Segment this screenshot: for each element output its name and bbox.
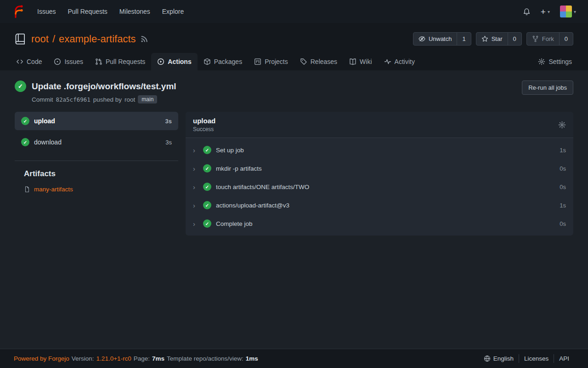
unwatch-button[interactable]: Unwatch 1 bbox=[413, 32, 471, 46]
tab-settings[interactable]: Settings bbox=[532, 53, 578, 70]
job-name: download bbox=[34, 138, 161, 146]
step-duration: 1s bbox=[560, 202, 566, 209]
tab-actions[interactable]: Actions bbox=[151, 53, 197, 70]
language-selector[interactable]: English bbox=[479, 354, 519, 363]
api-link[interactable]: API bbox=[554, 354, 574, 363]
job-step-row[interactable]: › ✓ Complete job 0s bbox=[186, 214, 573, 233]
licenses-link[interactable]: Licenses bbox=[519, 354, 554, 363]
forgejo-logo[interactable] bbox=[11, 5, 25, 18]
step-duration: 0s bbox=[560, 220, 566, 227]
fork-count[interactable]: 0 bbox=[559, 33, 573, 45]
chevron-right-icon: › bbox=[193, 220, 198, 227]
page-time-label: Page: bbox=[134, 355, 150, 362]
actions-play-icon bbox=[157, 58, 164, 65]
tab-label: Actions bbox=[168, 58, 191, 65]
commit-sha-link[interactable]: 82a5cf6961 bbox=[56, 96, 90, 103]
pushed-by-label: pushed by bbox=[93, 96, 122, 103]
tab-activity[interactable]: Activity bbox=[378, 53, 421, 70]
template-time-value: 1ms bbox=[246, 355, 258, 362]
step-name: Set up job bbox=[216, 147, 244, 154]
tab-issues[interactable]: Issues bbox=[48, 53, 89, 70]
job-success-icon: ✓ bbox=[21, 117, 29, 125]
nav-explore[interactable]: Explore bbox=[156, 4, 190, 19]
run-success-icon: ✓ bbox=[15, 80, 26, 92]
chevron-right-icon: › bbox=[193, 202, 198, 209]
commit-label: Commit bbox=[32, 96, 53, 103]
star-icon bbox=[481, 35, 488, 42]
user-menu[interactable]: ▾ bbox=[560, 6, 576, 17]
repo-tabs: Code Issues Pull Requests Actions Packag… bbox=[0, 53, 588, 70]
tab-label: Packages bbox=[214, 58, 242, 65]
issue-icon bbox=[54, 58, 61, 65]
job-step-row[interactable]: › ✓ actions/upload-artifact@v3 1s bbox=[186, 196, 573, 214]
tab-code[interactable]: Code bbox=[10, 53, 48, 70]
footer-right: English Licenses API bbox=[479, 354, 574, 363]
run-header: ✓ Update .forgejo/workflows/test.yml Com… bbox=[15, 80, 573, 104]
star-button[interactable]: Star 0 bbox=[476, 32, 522, 46]
rss-icon[interactable] bbox=[141, 35, 148, 43]
tab-packages[interactable]: Packages bbox=[198, 53, 248, 70]
avatar bbox=[560, 6, 572, 17]
job-detail-status: Success bbox=[193, 126, 215, 132]
language-label: English bbox=[493, 355, 514, 362]
package-icon bbox=[204, 58, 211, 65]
run-title-block: ✓ Update .forgejo/workflows/test.yml Com… bbox=[15, 80, 176, 104]
chevron-right-icon: › bbox=[193, 147, 198, 154]
eye-slash-icon bbox=[418, 35, 425, 42]
page-time-value: 7ms bbox=[152, 355, 164, 362]
powered-by-link[interactable]: Powered by Forgejo bbox=[14, 355, 69, 362]
repo-title-row: root / example-artifacts Unwatch 1 bbox=[0, 32, 588, 46]
branch-badge[interactable]: main bbox=[138, 95, 157, 104]
template-time-label: Template repo/actions/view: bbox=[167, 355, 243, 362]
repo-name-link[interactable]: example-artifacts bbox=[59, 33, 136, 45]
run-columns: ✓ upload 3s ✓ download 3s Artifacts many… bbox=[15, 112, 573, 236]
job-step-row[interactable]: › ✓ mkdir -p artifacts 0s bbox=[186, 159, 573, 178]
job-options-gear-icon[interactable] bbox=[558, 121, 566, 129]
nav-pull-requests[interactable]: Pull Requests bbox=[62, 4, 113, 19]
tab-projects[interactable]: Projects bbox=[248, 53, 294, 70]
navbar-links: Issues Pull Requests Milestones Explore bbox=[31, 4, 190, 19]
step-success-icon: ✓ bbox=[203, 164, 211, 172]
tab-label: Projects bbox=[265, 58, 288, 65]
top-navbar: Issues Pull Requests Milestones Explore … bbox=[0, 0, 588, 23]
tab-label: Wiki bbox=[360, 58, 372, 65]
globe-icon bbox=[484, 355, 491, 362]
repo-action-buttons: Unwatch 1 Star 0 bbox=[413, 32, 573, 46]
author-link[interactable]: root bbox=[124, 96, 135, 103]
version-label: Version: bbox=[72, 355, 94, 362]
nav-milestones[interactable]: Milestones bbox=[113, 4, 156, 19]
job-success-icon: ✓ bbox=[21, 138, 29, 146]
tab-label: Issues bbox=[64, 58, 83, 65]
tab-wiki[interactable]: Wiki bbox=[343, 53, 378, 70]
artifact-link[interactable]: many-artifacts bbox=[34, 186, 73, 193]
tab-pull-requests[interactable]: Pull Requests bbox=[89, 53, 151, 70]
tab-releases[interactable]: Releases bbox=[294, 53, 343, 70]
unwatch-label: Unwatch bbox=[429, 35, 452, 42]
job-item-download[interactable]: ✓ download 3s bbox=[15, 133, 178, 151]
create-new-button[interactable]: + ▾ bbox=[541, 7, 550, 16]
footer: Powered by Forgejo Version: 1.21.0+1-rc0… bbox=[0, 349, 588, 368]
version-link[interactable]: 1.21.0+1-rc0 bbox=[96, 355, 131, 362]
tag-icon bbox=[300, 58, 307, 65]
job-step-row[interactable]: › ✓ Set up job 1s bbox=[186, 141, 573, 159]
job-steps-list: › ✓ Set up job 1s › ✓ mkdir -p artifacts… bbox=[186, 138, 573, 236]
job-step-row[interactable]: › ✓ touch artifacts/ONE artifacts/TWO 0s bbox=[186, 178, 573, 196]
book-icon bbox=[349, 58, 356, 65]
artifact-item[interactable]: many-artifacts bbox=[24, 186, 178, 193]
repo-owner-link[interactable]: root bbox=[31, 33, 49, 45]
watch-count[interactable]: 1 bbox=[457, 33, 470, 45]
step-duration: 1s bbox=[560, 147, 566, 154]
job-duration: 3s bbox=[165, 139, 172, 146]
step-success-icon: ✓ bbox=[203, 183, 211, 191]
forgejo-logo-icon bbox=[11, 5, 25, 18]
tab-label: Settings bbox=[548, 58, 572, 65]
rerun-all-jobs-button[interactable]: Re-run all jobs bbox=[522, 80, 573, 95]
chevron-right-icon: › bbox=[193, 184, 198, 190]
star-count[interactable]: 0 bbox=[508, 33, 521, 45]
job-item-upload[interactable]: ✓ upload 3s bbox=[15, 112, 178, 130]
fork-button[interactable]: Fork 0 bbox=[526, 32, 573, 46]
notifications-bell-icon[interactable] bbox=[523, 8, 531, 16]
job-detail-card: upload Success › ✓ Set up job 1s › ✓ mkd… bbox=[186, 112, 573, 236]
nav-issues[interactable]: Issues bbox=[31, 4, 62, 19]
chevron-right-icon: › bbox=[193, 165, 198, 172]
